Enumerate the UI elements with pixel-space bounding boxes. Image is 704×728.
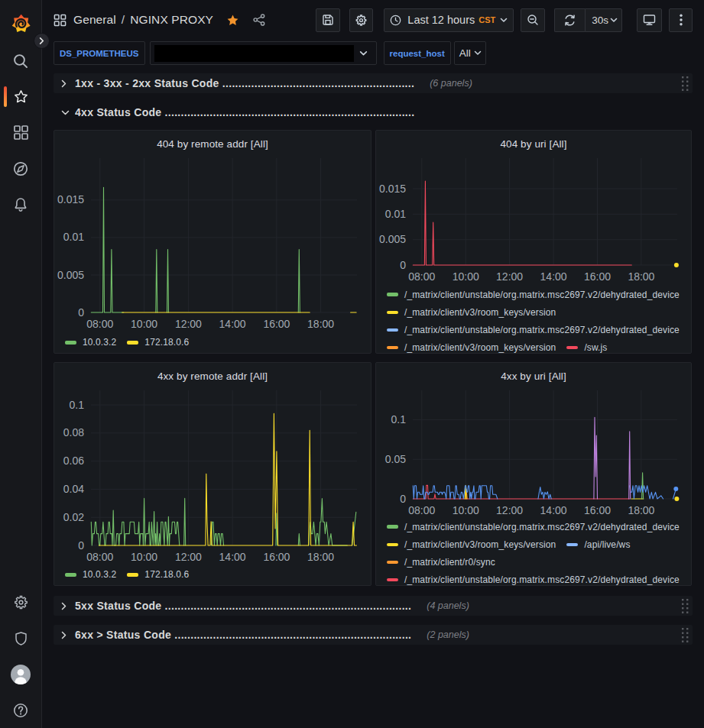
- legend-item[interactable]: 10.0.3.2: [65, 569, 116, 580]
- sidebar-item-dashboards[interactable]: [0, 115, 42, 150]
- sidebar: [0, 0, 42, 728]
- dashboard-settings-button[interactable]: [349, 8, 373, 32]
- timeseries-chart[interactable]: 00.050.108:0010:0012:0014:0016:0018:00: [376, 386, 691, 517]
- chevron-right-icon: [61, 631, 72, 639]
- svg-text:12:00: 12:00: [175, 318, 202, 329]
- zoom-out-time-button[interactable]: [521, 8, 545, 32]
- panel-legend: /_matrix/client/unstable/org.matrix.msc2…: [376, 285, 691, 353]
- legend-item[interactable]: /_matrix/client/v3/room_keys/version: [387, 342, 556, 353]
- gear-icon: [13, 594, 29, 610]
- legend-item[interactable]: /sw.js: [566, 342, 607, 353]
- more-options-button[interactable]: [669, 8, 693, 32]
- legend-item[interactable]: 10.0.3.2: [65, 337, 116, 348]
- legend-label: 10.0.3.2: [83, 569, 116, 580]
- sidebar-item-server-admin[interactable]: [0, 620, 42, 656]
- share-icon: [253, 14, 265, 26]
- row-5xx[interactable]: 5xx Status Code ........................…: [54, 596, 693, 616]
- timeseries-chart[interactable]: 00.0050.010.01508:0010:0012:0014:0016:00…: [54, 154, 371, 329]
- svg-text:10:00: 10:00: [131, 551, 157, 561]
- legend-swatch: [387, 311, 398, 315]
- svg-text:08:00: 08:00: [408, 270, 435, 283]
- legend-item[interactable]: /_matrix/client/unstable/org.matrix.msc2…: [387, 290, 680, 300]
- legend-label: /_matrix/client/unstable/org.matrix.msc2…: [404, 325, 680, 335]
- panel-title[interactable]: 404 by remote addr [All]: [54, 131, 371, 154]
- svg-text:14:00: 14:00: [540, 270, 567, 283]
- svg-text:0.01: 0.01: [385, 208, 406, 220]
- variable-label-datasource: DS_PROMETHEUS: [54, 41, 145, 65]
- panel-title[interactable]: 4xx by remote addr [All]: [54, 363, 371, 386]
- datasource-value-redacted: [154, 45, 354, 62]
- legend-item[interactable]: /_matrix/client/unstable/org.matrix.msc2…: [387, 574, 680, 585]
- sidebar-item-explore[interactable]: [0, 150, 42, 186]
- svg-text:0.1: 0.1: [70, 399, 85, 411]
- legend-item[interactable]: 172.18.0.6: [127, 569, 189, 580]
- chevron-down-icon: [500, 18, 508, 23]
- legend-swatch: [65, 573, 76, 577]
- shield-icon: [13, 630, 29, 647]
- svg-text:18:00: 18:00: [307, 551, 334, 561]
- time-range-picker[interactable]: Last 12 hours CST: [384, 8, 514, 32]
- sidebar-item-help[interactable]: [0, 692, 42, 728]
- svg-text:10:00: 10:00: [131, 318, 157, 329]
- svg-text:18:00: 18:00: [628, 504, 654, 516]
- favorite-star-button[interactable]: [226, 14, 239, 27]
- share-dashboard-button[interactable]: [253, 14, 265, 26]
- legend-item[interactable]: /_matrix/client/v3/room_keys/version: [387, 307, 556, 318]
- variable-datasource-select[interactable]: [150, 41, 377, 65]
- legend-item[interactable]: /_matrix/client/r0/sync: [387, 557, 495, 568]
- svg-text:12:00: 12:00: [175, 551, 202, 561]
- legend-row: 10.0.3.2172.18.0.6: [65, 566, 371, 584]
- refresh-interval-dropdown[interactable]: 30s: [585, 8, 622, 32]
- legend-swatch: [387, 578, 398, 582]
- request-host-value: All: [459, 47, 471, 59]
- panel-legend: /_matrix/client/unstable/org.matrix.msc2…: [376, 517, 691, 585]
- row-1xx-3xx-2xx[interactable]: 1xx - 3xx - 2xx Status Code ............…: [54, 73, 693, 93]
- legend-item[interactable]: 172.18.0.6: [127, 337, 189, 348]
- refresh-interval-label: 30s: [592, 15, 608, 26]
- panel-title[interactable]: 404 by uri [All]: [376, 131, 691, 154]
- row-drag-handle[interactable]: [681, 627, 689, 643]
- svg-text:16:00: 16:00: [584, 270, 611, 283]
- sidebar-item-starred[interactable]: [0, 79, 42, 115]
- save-dashboard-button[interactable]: [316, 8, 340, 32]
- panel-4xx-by-remote-addr: 4xx by remote addr [All] 00.020.040.060.…: [54, 362, 371, 586]
- legend-label: /_matrix/client/v3/room_keys/version: [404, 342, 556, 353]
- legend-swatch: [387, 293, 398, 296]
- legend-item[interactable]: /_matrix/client/v3/room_keys/version: [387, 539, 556, 550]
- timeseries-chart[interactable]: 00.020.040.060.080.108:0010:0012:0014:00…: [54, 386, 371, 561]
- sidebar-item-search[interactable]: [0, 43, 42, 79]
- sidebar-item-configuration[interactable]: [0, 584, 42, 620]
- svg-text:12:00: 12:00: [496, 270, 523, 283]
- refresh-dashboard-button[interactable]: [554, 8, 585, 32]
- row-drag-handle[interactable]: [681, 598, 689, 614]
- panel-title[interactable]: 4xx by uri [All]: [376, 363, 691, 386]
- svg-text:0.015: 0.015: [57, 193, 84, 205]
- svg-text:08:00: 08:00: [408, 504, 435, 516]
- active-indicator: [4, 86, 7, 107]
- row-6xx[interactable]: 6xx > Status Code ......................…: [54, 625, 693, 645]
- cycle-view-mode-button[interactable]: [637, 8, 662, 32]
- svg-text:16:00: 16:00: [263, 551, 290, 561]
- svg-text:0: 0: [78, 306, 84, 319]
- sidebar-item-alerting[interactable]: [0, 186, 42, 222]
- variable-request-host-select[interactable]: All: [454, 41, 486, 65]
- legend-label: /_matrix/client/v3/room_keys/version: [404, 539, 556, 550]
- help-icon: [12, 702, 29, 719]
- row-4xx[interactable]: 4xx Status Code ........................…: [54, 102, 693, 122]
- legend-row: 10.0.3.2172.18.0.6: [65, 334, 371, 351]
- chevron-right-icon: [61, 602, 72, 610]
- panel-404-by-remote-addr: 404 by remote addr [All] 00.0050.010.015…: [54, 130, 371, 354]
- legend-swatch: [387, 561, 398, 565]
- legend-item[interactable]: /_matrix/client/unstable/org.matrix.msc2…: [387, 325, 680, 335]
- row-drag-handle[interactable]: [681, 76, 689, 92]
- timeseries-chart[interactable]: 00.0050.010.01508:0010:0012:0014:0016:00…: [376, 154, 691, 285]
- svg-text:0.05: 0.05: [385, 453, 406, 465]
- panel-legend: 10.0.3.2172.18.0.6: [54, 329, 371, 353]
- sidebar-expand-button[interactable]: [34, 33, 50, 49]
- sidebar-item-profile[interactable]: [0, 656, 42, 692]
- legend-label: /_matrix/client/r0/sync: [404, 557, 495, 568]
- legend-item[interactable]: /_matrix/client/unstable/org.matrix.msc2…: [387, 522, 680, 532]
- legend-item[interactable]: /api/live/ws: [566, 539, 630, 550]
- breadcrumb-folder[interactable]: General: [73, 13, 116, 26]
- breadcrumb-dashboard[interactable]: NGINX PROXY: [130, 13, 213, 26]
